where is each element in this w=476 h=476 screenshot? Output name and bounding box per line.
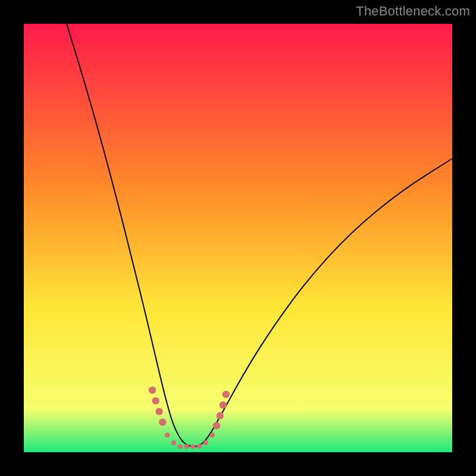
trough-marker (159, 418, 166, 425)
trough-marker (203, 440, 208, 445)
watermark-text: TheBottleneck.com (356, 4, 470, 19)
trough-marker (165, 433, 170, 437)
trough-marker (210, 433, 215, 437)
gradient-background (24, 24, 452, 452)
trough-marker (190, 444, 195, 449)
trough-marker (155, 408, 162, 415)
trough-marker (220, 402, 227, 409)
outer-frame: TheBottleneck.com (0, 0, 476, 476)
trough-marker (217, 412, 224, 419)
trough-marker (149, 386, 156, 393)
chart-svg (24, 24, 452, 452)
trough-marker (223, 391, 230, 398)
trough-marker (197, 444, 202, 449)
trough-marker (184, 444, 189, 449)
trough-marker (152, 397, 159, 404)
trough-marker (213, 422, 220, 429)
trough-marker (178, 444, 183, 449)
plot-area (24, 24, 452, 452)
trough-marker (171, 440, 176, 445)
